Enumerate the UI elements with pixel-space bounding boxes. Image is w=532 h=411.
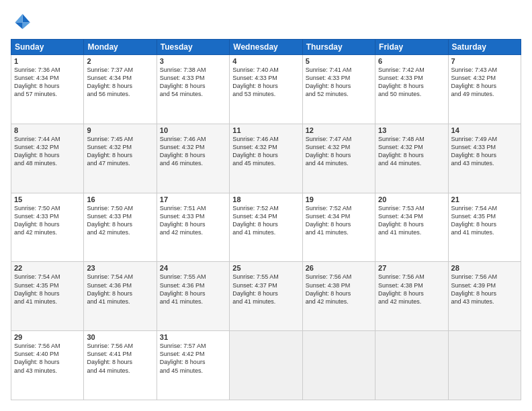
day-number: 12 bbox=[306, 126, 372, 134]
day-cell: 15Sunrise: 7:50 AMSunset: 4:33 PMDayligh… bbox=[11, 193, 84, 262]
week-row-5: 29Sunrise: 7:56 AMSunset: 4:40 PMDayligh… bbox=[11, 331, 521, 400]
day-number: 31 bbox=[160, 333, 226, 341]
day-cell bbox=[375, 331, 448, 400]
day-info: Sunrise: 7:51 AMSunset: 4:33 PMDaylight:… bbox=[160, 204, 226, 237]
day-cell: 13Sunrise: 7:48 AMSunset: 4:32 PMDayligh… bbox=[375, 124, 448, 193]
week-row-1: 1Sunrise: 7:36 AMSunset: 4:34 PMDaylight… bbox=[11, 55, 521, 124]
day-cell: 14Sunrise: 7:49 AMSunset: 4:33 PMDayligh… bbox=[448, 124, 521, 193]
day-cell: 31Sunrise: 7:57 AMSunset: 4:42 PMDayligh… bbox=[157, 331, 229, 400]
day-number: 3 bbox=[160, 57, 226, 65]
day-cell: 12Sunrise: 7:47 AMSunset: 4:32 PMDayligh… bbox=[302, 124, 375, 193]
day-info: Sunrise: 7:46 AMSunset: 4:32 PMDaylight:… bbox=[160, 135, 226, 168]
day-info: Sunrise: 7:38 AMSunset: 4:33 PMDaylight:… bbox=[160, 66, 226, 99]
day-cell: 20Sunrise: 7:53 AMSunset: 4:34 PMDayligh… bbox=[375, 193, 448, 262]
day-number: 27 bbox=[378, 264, 445, 272]
svg-marker-0 bbox=[23, 14, 30, 23]
day-number: 4 bbox=[232, 57, 299, 65]
day-number: 6 bbox=[378, 57, 445, 65]
day-number: 30 bbox=[87, 333, 153, 341]
day-cell: 26Sunrise: 7:56 AMSunset: 4:38 PMDayligh… bbox=[302, 262, 375, 331]
day-info: Sunrise: 7:46 AMSunset: 4:32 PMDaylight:… bbox=[232, 135, 299, 168]
day-cell: 1Sunrise: 7:36 AMSunset: 4:34 PMDaylight… bbox=[11, 55, 84, 124]
day-number: 25 bbox=[232, 264, 299, 272]
day-cell: 9Sunrise: 7:45 AMSunset: 4:32 PMDaylight… bbox=[84, 124, 157, 193]
weekday-thursday: Thursday bbox=[302, 40, 375, 55]
day-number: 28 bbox=[451, 264, 518, 272]
day-cell: 11Sunrise: 7:46 AMSunset: 4:32 PMDayligh… bbox=[230, 124, 302, 193]
day-info: Sunrise: 7:41 AMSunset: 4:33 PMDaylight:… bbox=[306, 66, 372, 99]
weekday-saturday: Saturday bbox=[448, 40, 521, 55]
logo bbox=[11, 11, 35, 32]
week-row-2: 8Sunrise: 7:44 AMSunset: 4:32 PMDaylight… bbox=[11, 124, 521, 193]
weekday-tuesday: Tuesday bbox=[157, 40, 229, 55]
day-number: 14 bbox=[451, 126, 518, 134]
day-cell bbox=[448, 331, 521, 400]
day-cell: 24Sunrise: 7:55 AMSunset: 4:36 PMDayligh… bbox=[157, 262, 229, 331]
day-number: 19 bbox=[306, 195, 372, 203]
day-cell: 27Sunrise: 7:56 AMSunset: 4:38 PMDayligh… bbox=[375, 262, 448, 331]
day-cell: 7Sunrise: 7:43 AMSunset: 4:32 PMDaylight… bbox=[448, 55, 521, 124]
day-number: 9 bbox=[87, 126, 153, 134]
day-info: Sunrise: 7:40 AMSunset: 4:33 PMDaylight:… bbox=[232, 66, 299, 99]
weekday-wednesday: Wednesday bbox=[230, 40, 302, 55]
day-info: Sunrise: 7:54 AMSunset: 4:36 PMDaylight:… bbox=[87, 273, 153, 306]
day-cell: 4Sunrise: 7:40 AMSunset: 4:33 PMDaylight… bbox=[230, 55, 302, 124]
day-number: 22 bbox=[14, 264, 81, 272]
day-number: 18 bbox=[232, 195, 299, 203]
day-info: Sunrise: 7:50 AMSunset: 4:33 PMDaylight:… bbox=[14, 204, 81, 237]
day-info: Sunrise: 7:42 AMSunset: 4:33 PMDaylight:… bbox=[378, 66, 445, 99]
day-cell bbox=[302, 331, 375, 400]
day-number: 10 bbox=[160, 126, 226, 134]
day-info: Sunrise: 7:37 AMSunset: 4:34 PMDaylight:… bbox=[87, 66, 153, 99]
day-cell: 3Sunrise: 7:38 AMSunset: 4:33 PMDaylight… bbox=[157, 55, 229, 124]
day-number: 11 bbox=[232, 126, 299, 134]
day-info: Sunrise: 7:56 AMSunset: 4:40 PMDaylight:… bbox=[14, 342, 81, 375]
day-number: 26 bbox=[306, 264, 372, 272]
day-number: 8 bbox=[14, 126, 81, 134]
day-number: 21 bbox=[451, 195, 518, 203]
day-cell: 2Sunrise: 7:37 AMSunset: 4:34 PMDaylight… bbox=[84, 55, 157, 124]
weekday-monday: Monday bbox=[84, 40, 157, 55]
day-cell: 16Sunrise: 7:50 AMSunset: 4:33 PMDayligh… bbox=[84, 193, 157, 262]
day-number: 7 bbox=[451, 57, 518, 65]
day-info: Sunrise: 7:54 AMSunset: 4:35 PMDaylight:… bbox=[14, 273, 81, 306]
day-cell: 21Sunrise: 7:54 AMSunset: 4:35 PMDayligh… bbox=[448, 193, 521, 262]
day-cell: 28Sunrise: 7:56 AMSunset: 4:39 PMDayligh… bbox=[448, 262, 521, 331]
header bbox=[11, 11, 521, 32]
day-info: Sunrise: 7:53 AMSunset: 4:34 PMDaylight:… bbox=[378, 204, 445, 237]
day-info: Sunrise: 7:55 AMSunset: 4:37 PMDaylight:… bbox=[232, 273, 299, 306]
day-cell: 6Sunrise: 7:42 AMSunset: 4:33 PMDaylight… bbox=[375, 55, 448, 124]
day-cell: 8Sunrise: 7:44 AMSunset: 4:32 PMDaylight… bbox=[11, 124, 84, 193]
day-number: 24 bbox=[160, 264, 226, 272]
day-info: Sunrise: 7:50 AMSunset: 4:33 PMDaylight:… bbox=[87, 204, 153, 237]
day-cell: 19Sunrise: 7:52 AMSunset: 4:34 PMDayligh… bbox=[302, 193, 375, 262]
day-cell: 22Sunrise: 7:54 AMSunset: 4:35 PMDayligh… bbox=[11, 262, 84, 331]
day-info: Sunrise: 7:47 AMSunset: 4:32 PMDaylight:… bbox=[306, 135, 372, 168]
day-cell bbox=[230, 331, 302, 400]
svg-marker-3 bbox=[15, 23, 22, 30]
day-cell: 25Sunrise: 7:55 AMSunset: 4:37 PMDayligh… bbox=[230, 262, 302, 331]
logo-icon bbox=[11, 11, 32, 32]
day-info: Sunrise: 7:43 AMSunset: 4:32 PMDaylight:… bbox=[451, 66, 518, 99]
page: SundayMondayTuesdayWednesdayThursdayFrid… bbox=[0, 0, 532, 411]
day-info: Sunrise: 7:36 AMSunset: 4:34 PMDaylight:… bbox=[14, 66, 81, 99]
day-number: 15 bbox=[14, 195, 81, 203]
day-number: 16 bbox=[87, 195, 153, 203]
day-cell: 10Sunrise: 7:46 AMSunset: 4:32 PMDayligh… bbox=[157, 124, 229, 193]
week-row-4: 22Sunrise: 7:54 AMSunset: 4:35 PMDayligh… bbox=[11, 262, 521, 331]
day-cell: 30Sunrise: 7:56 AMSunset: 4:41 PMDayligh… bbox=[84, 331, 157, 400]
weekday-header-row: SundayMondayTuesdayWednesdayThursdayFrid… bbox=[11, 40, 521, 55]
svg-marker-2 bbox=[23, 23, 30, 30]
day-number: 2 bbox=[87, 57, 153, 65]
day-info: Sunrise: 7:56 AMSunset: 4:39 PMDaylight:… bbox=[451, 273, 518, 306]
day-number: 23 bbox=[87, 264, 153, 272]
day-cell: 17Sunrise: 7:51 AMSunset: 4:33 PMDayligh… bbox=[157, 193, 229, 262]
day-info: Sunrise: 7:57 AMSunset: 4:42 PMDaylight:… bbox=[160, 342, 226, 375]
day-info: Sunrise: 7:56 AMSunset: 4:38 PMDaylight:… bbox=[378, 273, 445, 306]
day-info: Sunrise: 7:48 AMSunset: 4:32 PMDaylight:… bbox=[378, 135, 445, 168]
day-info: Sunrise: 7:56 AMSunset: 4:38 PMDaylight:… bbox=[306, 273, 372, 306]
day-number: 17 bbox=[160, 195, 226, 203]
day-number: 20 bbox=[378, 195, 445, 203]
day-number: 5 bbox=[306, 57, 372, 65]
weekday-sunday: Sunday bbox=[11, 40, 84, 55]
